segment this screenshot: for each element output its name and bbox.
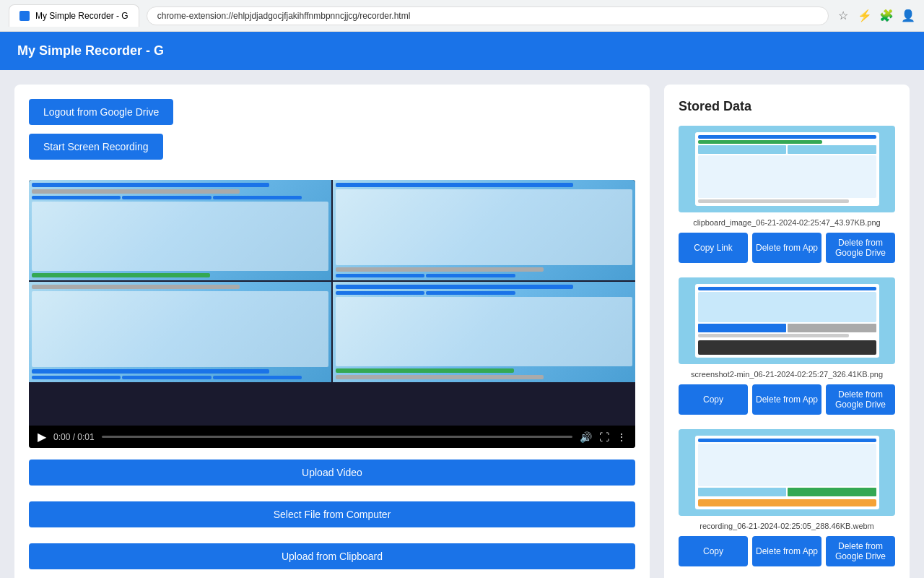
stored-filename-2: recording_06-21-2024-02:25:05_288.46KB.w… bbox=[679, 522, 895, 530]
play-button[interactable]: ▶ bbox=[38, 430, 46, 444]
extensions-menu-icon[interactable]: 🧩 bbox=[879, 9, 894, 23]
tab-title: My Simple Recorder - G bbox=[35, 11, 128, 21]
delete-app-button-0[interactable]: Delete from App bbox=[752, 233, 821, 263]
browser-actions: ☆ ⚡ 🧩 👤 bbox=[836, 9, 915, 23]
copy-link-button-0[interactable]: Copy Link bbox=[679, 233, 748, 263]
stored-actions-2: Copy Delete from App Delete from Google … bbox=[679, 536, 895, 566]
screenshot-tile-3 bbox=[29, 282, 331, 382]
delete-app-button-1[interactable]: Delete from App bbox=[752, 384, 821, 415]
video-screenshot-grid bbox=[29, 180, 635, 382]
logout-button[interactable]: Logout from Google Drive bbox=[29, 99, 173, 125]
star-icon[interactable]: ☆ bbox=[836, 9, 850, 23]
url-bar[interactable]: chrome-extension://ehlpjdjadgocjfjakihff… bbox=[147, 7, 829, 25]
delete-app-button-2[interactable]: Delete from App bbox=[752, 536, 821, 566]
browser-tab[interactable]: My Simple Recorder - G bbox=[9, 4, 139, 27]
stored-thumbnail-0 bbox=[679, 126, 895, 212]
start-recording-button[interactable]: Start Screen Recording bbox=[29, 134, 163, 160]
upload-video-button[interactable]: Upload Video bbox=[29, 460, 635, 486]
stored-data-title: Stored Data bbox=[679, 99, 895, 114]
stored-thumbnail-1 bbox=[679, 277, 895, 364]
video-container: ▶ 0:00 / 0:01 🔊 ⛶ ⋮ bbox=[29, 180, 635, 448]
upload-clipboard-button[interactable]: Upload from Clipboard bbox=[29, 543, 635, 569]
left-panel: Logout from Google Drive Start Screen Re… bbox=[14, 85, 650, 578]
delete-drive-button-2[interactable]: Delete from Google Drive bbox=[826, 536, 895, 566]
fullscreen-icon[interactable]: ⛶ bbox=[599, 431, 609, 443]
stored-filename-1: screenshot2-min_06-21-2024-02:25:27_326.… bbox=[679, 370, 895, 379]
video-preview bbox=[29, 180, 635, 426]
screenshot-tile-4 bbox=[333, 282, 635, 382]
right-panel: Stored Data clipboard_image_06-21-2024-0… bbox=[664, 85, 910, 578]
volume-icon[interactable]: 🔊 bbox=[580, 431, 592, 443]
stored-item-0: clipboard_image_06-21-2024-02:25:47_43.9… bbox=[679, 126, 895, 263]
tab-favicon bbox=[19, 11, 30, 21]
stored-actions-1: Copy Delete from App Delete from Google … bbox=[679, 384, 895, 415]
app-title: My Simple Recorder - G bbox=[17, 43, 164, 58]
screenshot-tile-1 bbox=[29, 180, 331, 280]
app-header: My Simple Recorder - G bbox=[0, 32, 924, 70]
copy-button-2[interactable]: Copy bbox=[679, 536, 748, 566]
select-file-button[interactable]: Select File from Computer bbox=[29, 501, 635, 527]
browser-chrome: My Simple Recorder - G chrome-extension:… bbox=[0, 0, 924, 32]
thumb-inner-2 bbox=[695, 436, 879, 509]
profile-icon[interactable]: 👤 bbox=[901, 9, 915, 23]
screenshot-tile-2 bbox=[333, 180, 635, 280]
action-buttons: Upload Video Select File from Computer U… bbox=[29, 460, 635, 578]
delete-drive-button-0[interactable]: Delete from Google Drive bbox=[826, 233, 895, 263]
stored-actions-0: Copy Link Delete from App Delete from Go… bbox=[679, 233, 895, 263]
time-display: 0:00 / 0:01 bbox=[53, 432, 95, 442]
stored-item-1: screenshot2-min_06-21-2024-02:25:27_326.… bbox=[679, 277, 895, 415]
more-options-icon[interactable]: ⋮ bbox=[616, 431, 627, 443]
extension-icon[interactable]: ⚡ bbox=[858, 9, 872, 23]
stored-thumbnail-2 bbox=[679, 429, 895, 516]
stored-filename-0: clipboard_image_06-21-2024-02:25:47_43.9… bbox=[679, 218, 895, 227]
thumb-inner-0 bbox=[695, 132, 879, 206]
stored-item-2: recording_06-21-2024-02:25:05_288.46KB.w… bbox=[679, 429, 895, 566]
video-controls: ▶ 0:00 / 0:01 🔊 ⛶ ⋮ bbox=[29, 426, 635, 448]
copy-button-1[interactable]: Copy bbox=[679, 384, 748, 415]
main-content: Logout from Google Drive Start Screen Re… bbox=[0, 70, 924, 578]
delete-drive-button-1[interactable]: Delete from Google Drive bbox=[826, 384, 895, 415]
progress-bar[interactable] bbox=[102, 436, 572, 438]
thumb-inner-1 bbox=[695, 284, 879, 358]
